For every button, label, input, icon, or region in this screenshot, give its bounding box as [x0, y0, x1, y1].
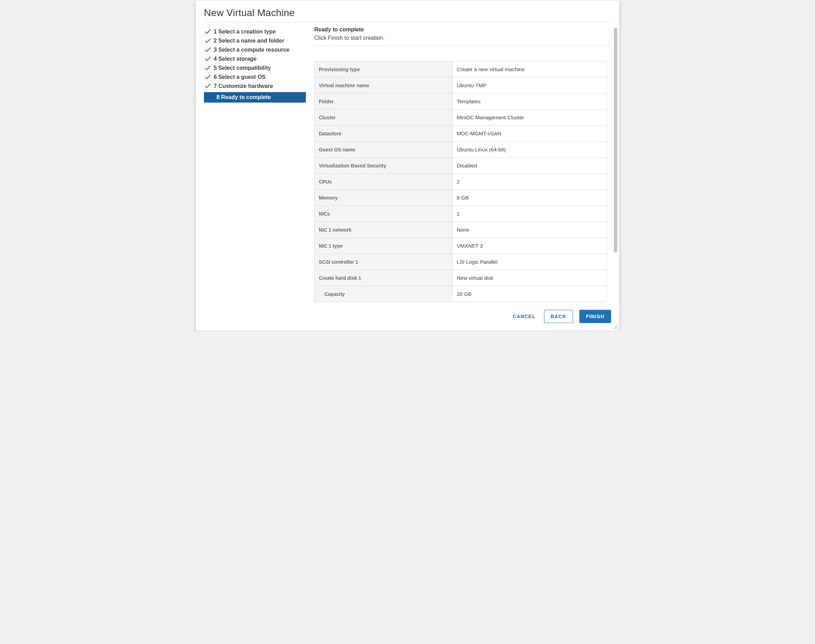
- table-row: Virtualization Based SecurityDisabled: [315, 158, 607, 174]
- summary-value: LSI Logic Parallel: [452, 254, 607, 270]
- table-row: ClusterMiniDC Management Cluster: [315, 110, 607, 126]
- wizard-step-7[interactable]: 7 Customize hardware: [204, 82, 306, 91]
- finish-button[interactable]: FINISH: [579, 310, 611, 323]
- summary-label: Memory: [315, 190, 452, 206]
- table-row: CPUs2: [315, 174, 607, 190]
- dialog-content: 1 Select a creation type2 Select a name …: [204, 26, 611, 302]
- table-row: Capacity20 GB: [315, 286, 607, 302]
- wizard-step-label: 6 Select a guest OS: [214, 74, 266, 80]
- wizard-steps: 1 Select a creation type2 Select a name …: [204, 26, 306, 302]
- wizard-step-3[interactable]: 3 Select a compute resource: [204, 45, 306, 54]
- summary-value: 8 GB: [452, 190, 607, 206]
- dialog-footer: CANCEL BACK FINISH: [195, 302, 620, 331]
- summary-value: Ubuntu Linux (64-bit): [452, 142, 607, 158]
- title-divider: [204, 22, 611, 22]
- summary-value: VMXNET 3: [452, 238, 607, 254]
- wizard-step-label: 2 Select a name and folder: [214, 38, 284, 44]
- scrollbar-thumb[interactable]: [614, 28, 617, 253]
- summary-value: Ubuntu-TMP: [452, 77, 607, 94]
- table-row: NIC 1 networkNone: [315, 222, 607, 238]
- summary-value: MiniDC Management Cluster: [452, 110, 607, 126]
- cancel-button[interactable]: CANCEL: [511, 310, 538, 323]
- wizard-step-label: 3 Select a compute resource: [214, 47, 289, 53]
- summary-label: CPUs: [315, 174, 452, 190]
- wizard-step-1[interactable]: 1 Select a creation type: [204, 27, 306, 36]
- summary-label: NICs: [315, 206, 452, 222]
- summary-value: New virtual disk: [452, 270, 607, 286]
- summary-label: Guest OS name: [315, 142, 452, 158]
- table-row: SCSI controller 1LSI Logic Parallel: [315, 254, 607, 270]
- check-icon: [205, 83, 211, 89]
- table-row: NICs1: [315, 206, 607, 222]
- wizard-step-label: 5 Select compatibility: [214, 65, 271, 71]
- wizard-step-label: 4 Select storage: [214, 56, 257, 62]
- wizard-step-label: 1 Select a creation type: [214, 29, 276, 35]
- summary-label: Provisioning type: [315, 61, 452, 77]
- table-row: Virtual machine nameUbuntu-TMP: [315, 77, 607, 94]
- dialog-title: New Virtual Machine: [204, 7, 611, 18]
- check-icon: [205, 74, 211, 80]
- back-button[interactable]: BACK: [544, 310, 573, 323]
- new-vm-dialog: New Virtual Machine 1 Select a creation …: [195, 0, 620, 331]
- wizard-step-8[interactable]: 8 Ready to complete: [204, 92, 306, 103]
- panel-header: Ready to complete Click Finish to start …: [314, 26, 611, 45]
- table-row: Create hard disk 1New virtual disk: [315, 270, 607, 286]
- check-icon: [205, 29, 211, 35]
- check-icon: [205, 56, 211, 62]
- summary-table: Provisioning typeCreate a new virtual ma…: [314, 61, 607, 302]
- summary-value: Create a new virtual machine: [452, 61, 607, 77]
- summary-label: Virtualization Based Security: [315, 158, 452, 174]
- wizard-step-label: 8 Ready to complete: [217, 94, 271, 100]
- table-row: FolderTemplates: [315, 94, 607, 110]
- summary-value: 20 GB: [452, 286, 607, 302]
- check-icon: [205, 65, 211, 71]
- dialog-body: New Virtual Machine 1 Select a creation …: [195, 0, 620, 302]
- summary-label: Create hard disk 1: [315, 270, 452, 286]
- table-row: Provisioning typeCreate a new virtual ma…: [315, 61, 607, 77]
- wizard-panel: Ready to complete Click Finish to start …: [314, 26, 611, 302]
- summary-label: NIC 1 network: [315, 222, 452, 238]
- summary-label: Capacity: [315, 286, 452, 302]
- summary-label: NIC 1 type: [315, 238, 452, 254]
- summary-value: MDC-MGMT-vSAN: [452, 126, 607, 142]
- check-icon: [205, 38, 211, 44]
- wizard-step-6[interactable]: 6 Select a guest OS: [204, 72, 306, 82]
- dialog-scrollbar[interactable]: [614, 28, 617, 302]
- summary-value: Disabled: [452, 158, 607, 174]
- wizard-step-5[interactable]: 5 Select compatibility: [204, 63, 306, 72]
- summary-tbody: Provisioning typeCreate a new virtual ma…: [315, 61, 607, 302]
- summary-label: Cluster: [315, 110, 452, 126]
- table-row: Guest OS nameUbuntu Linux (64-bit): [315, 142, 607, 158]
- resize-handle-icon[interactable]: [613, 324, 618, 329]
- summary-label: Folder: [315, 94, 452, 110]
- wizard-step-2[interactable]: 2 Select a name and folder: [204, 36, 306, 45]
- summary-label: Virtual machine name: [315, 77, 452, 94]
- check-icon: [205, 47, 211, 53]
- panel-heading: Ready to complete: [314, 26, 611, 33]
- summary-value: Templates: [452, 94, 607, 110]
- wizard-step-label: 7 Customize hardware: [214, 83, 273, 89]
- summary-label: Datastore: [315, 126, 452, 142]
- panel-scroll[interactable]: Provisioning typeCreate a new virtual ma…: [314, 46, 611, 302]
- panel-subheading: Click Finish to start creation.: [314, 35, 611, 41]
- table-row: DatastoreMDC-MGMT-vSAN: [315, 126, 607, 142]
- table-row: NIC 1 typeVMXNET 3: [315, 238, 607, 254]
- summary-label: SCSI controller 1: [315, 254, 452, 270]
- spacer: [314, 46, 607, 61]
- summary-value: None: [452, 222, 607, 238]
- wizard-step-4[interactable]: 4 Select storage: [204, 54, 306, 63]
- table-row: Memory8 GB: [315, 190, 607, 206]
- summary-value: 2: [452, 174, 607, 190]
- summary-value: 1: [452, 206, 607, 222]
